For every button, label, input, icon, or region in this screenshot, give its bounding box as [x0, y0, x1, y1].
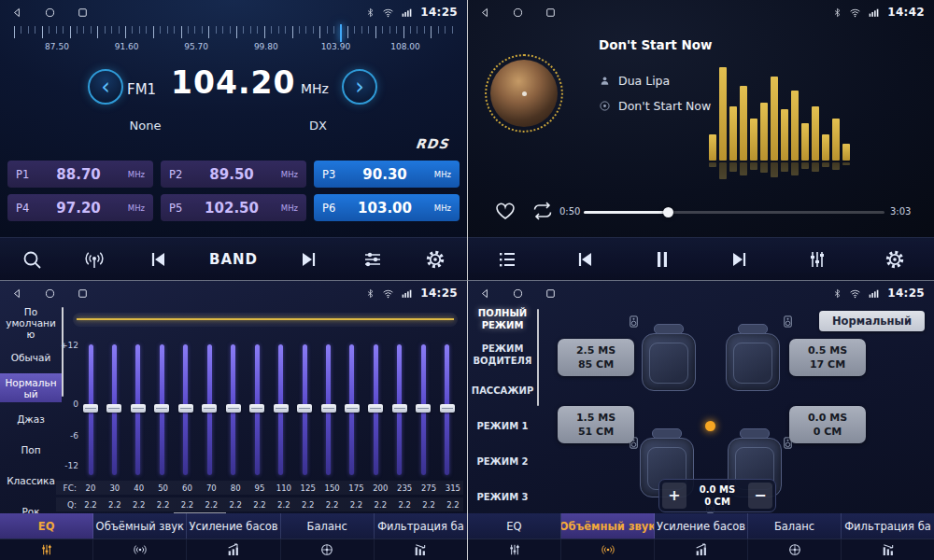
audio-settings-button[interactable]: [806, 248, 828, 271]
preset-p3-button[interactable]: P390.30MHz: [314, 161, 460, 188]
playlist-button[interactable]: [496, 248, 518, 271]
favorite-button[interactable]: [494, 200, 517, 222]
eq-preset-item-3[interactable]: Джаз: [0, 404, 62, 433]
slider-knob[interactable]: [106, 404, 121, 413]
slider-knob[interactable]: [83, 404, 98, 413]
band-button[interactable]: BAND: [209, 248, 258, 271]
surround-icon[interactable]: [561, 539, 655, 560]
delay-button-front-right[interactable]: 0.5 MS17 CM: [789, 339, 866, 376]
recents-icon[interactable]: [77, 287, 89, 300]
tab-bass-boost[interactable]: Усиление басов: [187, 513, 280, 539]
preset-p2-button[interactable]: P289.50MHz: [161, 161, 306, 188]
delay-button-front-left[interactable]: 2.5 MS85 CM: [558, 339, 634, 376]
tune-down-button[interactable]: ‹: [88, 69, 123, 105]
eq-preset-item-1[interactable]: Обычай: [0, 343, 62, 371]
tune-up-button[interactable]: ›: [342, 69, 377, 105]
pause-button[interactable]: [651, 248, 673, 271]
filter-icon[interactable]: [375, 539, 467, 560]
home-icon[interactable]: [44, 7, 56, 19]
eq-band-slider-200[interactable]: [365, 344, 386, 475]
progress-knob[interactable]: [663, 207, 673, 217]
filter-icon[interactable]: [842, 539, 934, 560]
eq-band-slider-150[interactable]: [318, 344, 339, 475]
tab-balance[interactable]: Баланс: [281, 513, 375, 539]
home-icon[interactable]: [512, 7, 524, 19]
back-icon[interactable]: [11, 287, 23, 300]
eq-band-slider-315[interactable]: [437, 344, 458, 475]
slider-knob[interactable]: [368, 404, 383, 413]
eq-band-slider-80[interactable]: [223, 344, 244, 475]
frequency-ruler[interactable]: 87.50 91.60 95.70 99.80 103.90 108.00: [14, 26, 453, 58]
balance-icon[interactable]: [281, 539, 375, 560]
eq-band-slider-20[interactable]: [80, 344, 101, 475]
tab-bass-filter[interactable]: Фильтрация ба: [842, 513, 934, 539]
preset-list-scrollbar[interactable]: [62, 307, 64, 397]
progress-bar[interactable]: [584, 211, 884, 214]
recents-icon[interactable]: [545, 287, 557, 300]
slider-knob[interactable]: [178, 404, 193, 413]
balance-icon[interactable]: [748, 539, 842, 560]
mode-item-0[interactable]: ПОЛНЫЙ РЕЖИМ: [468, 307, 537, 331]
previous-station-button[interactable]: [147, 248, 169, 271]
preset-p6-button[interactable]: P6103.00MHz: [314, 194, 460, 221]
home-icon[interactable]: [512, 287, 524, 300]
decrease-delay-button[interactable]: −: [748, 483, 772, 509]
home-icon[interactable]: [44, 287, 56, 300]
auto-scan-button[interactable]: [83, 248, 106, 271]
back-icon[interactable]: [11, 7, 23, 19]
tab-bass-filter[interactable]: Фильтрация ба: [375, 513, 467, 539]
mode-item-5[interactable]: РЕЖИМ 3: [468, 484, 537, 509]
slider-knob[interactable]: [154, 404, 169, 413]
eq-band-slider-30[interactable]: [104, 344, 124, 475]
eq-band-slider-50[interactable]: [151, 344, 172, 475]
eq-band-slider-175[interactable]: [342, 344, 362, 475]
slider-knob[interactable]: [274, 404, 289, 413]
slider-knob[interactable]: [440, 404, 455, 413]
eq-band-slider-70[interactable]: [199, 344, 219, 475]
slider-knob[interactable]: [416, 404, 431, 413]
eq-sliders-icon[interactable]: [0, 539, 93, 560]
eq-band-slider-95[interactable]: [247, 344, 267, 475]
repeat-button[interactable]: [531, 200, 554, 222]
tab-eq[interactable]: EQ: [468, 513, 561, 539]
preset-p5-button[interactable]: P5102.50MHz: [161, 194, 306, 221]
tab-eq[interactable]: EQ: [0, 513, 93, 539]
recents-icon[interactable]: [545, 7, 557, 19]
settings-button[interactable]: [884, 248, 906, 271]
mode-list-scrollbar[interactable]: [537, 309, 539, 406]
settings-button[interactable]: [424, 248, 446, 271]
slider-knob[interactable]: [131, 404, 146, 413]
tab-bass-boost[interactable]: Усиление басов: [655, 513, 748, 539]
slider-knob[interactable]: [392, 404, 407, 413]
profile-button[interactable]: Нормальный: [819, 311, 925, 331]
eq-band-slider-60[interactable]: [176, 344, 196, 475]
slider-knob[interactable]: [321, 404, 336, 413]
preset-p1-button[interactable]: P188.70MHz: [7, 161, 153, 188]
slider-knob[interactable]: [345, 404, 360, 413]
slider-knob[interactable]: [226, 404, 241, 413]
search-button[interactable]: [21, 248, 43, 271]
next-station-button[interactable]: [298, 248, 320, 271]
eq-band-slider-125[interactable]: [294, 344, 315, 475]
mode-item-2[interactable]: ПАССАЖИР: [468, 378, 537, 402]
eq-preset-item-4[interactable]: Поп: [0, 435, 62, 464]
mode-item-3[interactable]: РЕЖИМ 1: [468, 413, 537, 438]
preset-p4-button[interactable]: P497.20MHz: [7, 194, 153, 221]
tab-surround-sound[interactable]: Объёмный звук: [93, 513, 187, 539]
recents-icon[interactable]: [77, 7, 89, 19]
delay-button-rear-right[interactable]: 0.0 MS0 CM: [789, 406, 866, 443]
eq-band-slider-235[interactable]: [389, 344, 410, 475]
delay-button-rear-left[interactable]: 1.5 MS51 CM: [558, 406, 634, 443]
eq-sliders-icon[interactable]: [468, 539, 561, 560]
mode-item-1[interactable]: РЕЖИМ ВОДИТЕЛЯ: [468, 343, 537, 367]
eq-preset-item-2[interactable]: Нормальный: [0, 373, 62, 402]
eq-preset-item-0[interactable]: По умолчанию: [0, 305, 62, 341]
audio-settings-button[interactable]: [361, 248, 384, 271]
bass-boost-icon[interactable]: [187, 539, 280, 560]
tab-surround-sound[interactable]: Объёмный звук: [561, 513, 655, 539]
eq-preset-item-5[interactable]: Классика: [0, 466, 62, 495]
next-track-button[interactable]: [729, 248, 751, 271]
slider-knob[interactable]: [202, 404, 217, 413]
bass-boost-icon[interactable]: [655, 539, 748, 560]
mode-item-4[interactable]: РЕЖИМ 2: [468, 449, 537, 473]
